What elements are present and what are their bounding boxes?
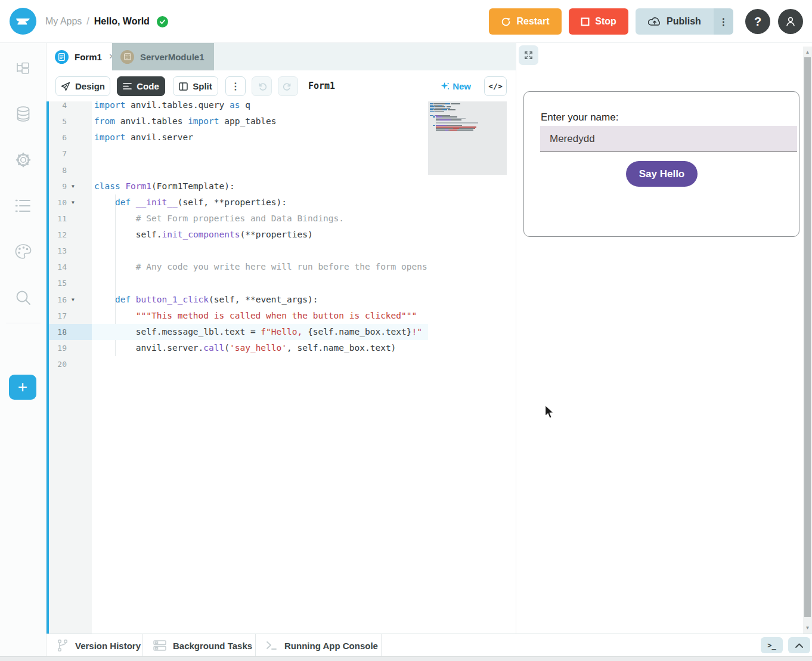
user-icon [784, 15, 797, 28]
gutter-line-12[interactable]: 12 [49, 227, 92, 243]
redo-button[interactable] [278, 76, 298, 96]
fold-arrow-icon[interactable]: ▼ [72, 292, 75, 308]
background-tasks-tab[interactable]: Background Tasks [143, 634, 256, 657]
code-editor[interactable]: 456789▼10▼111213141516▼17181920 import a… [47, 101, 507, 634]
publish-more-button[interactable]: ⋮ [714, 8, 733, 35]
gutter-line-9[interactable]: 9▼ [49, 178, 92, 194]
code-line-20[interactable] [92, 356, 428, 372]
editor-tab-strip: Form1 × ServerModule1 [47, 43, 516, 70]
expand-app-button[interactable] [519, 45, 538, 65]
gutter-line-16[interactable]: 16▼ [49, 292, 92, 308]
scrollbar-thumb[interactable] [804, 57, 811, 617]
say-hello-button[interactable]: Say Hello [626, 161, 698, 187]
code-line-9[interactable]: class Form1(Form1Template): [92, 178, 428, 194]
gutter-line-11[interactable]: 11 [49, 211, 92, 227]
code-line-6[interactable]: import anvil.server [92, 129, 428, 146]
app-panel-scrollbar[interactable]: ▲ ▼ [803, 47, 812, 634]
breadcrumb-my-apps[interactable]: My Apps [45, 16, 82, 27]
account-button[interactable] [778, 9, 803, 34]
gutter-line-15[interactable]: 15 [49, 275, 92, 291]
gutter-line-10[interactable]: 10▼ [49, 194, 92, 211]
code-line-14[interactable]: # Any code you write here will run befor… [92, 259, 428, 275]
horizontal-scrollbar[interactable] [0, 656, 812, 661]
terminal-prompt-icon: >_ [767, 641, 776, 650]
sidebar-settings-button[interactable] [0, 147, 47, 173]
design-view-button[interactable]: Design [55, 76, 110, 96]
version-history-tab[interactable]: Version History [47, 634, 143, 657]
running-app-console-label: Running App Console [284, 641, 378, 651]
gutter-line-5[interactable]: 5 [49, 113, 92, 129]
tab-servermodule1[interactable]: ServerModule1 [112, 43, 214, 70]
undo-button[interactable] [252, 76, 272, 96]
app-form-card: Enter your name: Say Hello [523, 91, 799, 237]
gutter-line-6[interactable]: 6 [49, 129, 92, 146]
expand-panel-button[interactable] [788, 637, 810, 653]
anvil-logo-icon[interactable] [10, 8, 36, 35]
gutter-line-20[interactable]: 20 [49, 356, 92, 372]
undo-icon [257, 82, 266, 91]
view-source-button[interactable]: </> [484, 76, 507, 96]
code-line-4[interactable]: import anvil.tables.query as q [92, 101, 428, 113]
code-line-10[interactable]: def __init__(self, **properties): [92, 194, 428, 211]
gutter-line-7[interactable]: 7 [49, 146, 92, 162]
gutter-line-4[interactable]: 4 [49, 101, 92, 113]
code-line-15[interactable] [92, 275, 428, 291]
sidebar-app-browser-button[interactable] [0, 55, 47, 82]
fold-arrow-icon[interactable]: ▼ [72, 178, 75, 194]
restart-button[interactable]: Restart [489, 8, 562, 35]
code-line-8[interactable] [92, 162, 428, 178]
split-label: Split [193, 81, 212, 91]
gutter-line-19[interactable]: 19 [49, 340, 92, 356]
gutter-line-8[interactable]: 8 [49, 162, 92, 178]
restart-label: Restart [516, 16, 549, 27]
name-input[interactable] [540, 126, 797, 152]
help-button[interactable]: ? [745, 9, 770, 34]
new-component-button[interactable]: New [441, 70, 471, 101]
terminal-icon [266, 640, 278, 651]
code-line-19[interactable]: anvil.server.call('say_hello', self.name… [92, 340, 428, 356]
gear-icon [14, 150, 33, 169]
open-console-button[interactable]: >_ [761, 637, 783, 653]
code-line-16[interactable]: def button_1_click(self, **event_args): [92, 292, 428, 308]
editor-minimap[interactable] [428, 101, 507, 634]
design-label: Design [75, 81, 105, 91]
bottom-bar: Version History Background Tasks Running… [47, 634, 812, 656]
fold-arrow-icon[interactable]: ▼ [72, 194, 75, 211]
gutter-line-18[interactable]: 18 [49, 324, 92, 340]
code-line-12[interactable]: self.init_components(**properties) [92, 227, 428, 243]
code-line-17[interactable]: """This method is called when the button… [92, 308, 428, 324]
scroll-up-arrow-icon[interactable]: ▲ [803, 48, 812, 57]
split-icon [179, 82, 188, 91]
publish-button[interactable]: Publish [636, 8, 714, 35]
code-view-button[interactable]: Code [117, 76, 165, 96]
stop-button[interactable]: Stop [569, 8, 628, 35]
editor-code-lines[interactable]: import anvil.tables.query as qfrom anvil… [92, 101, 428, 372]
gutter-line-17[interactable]: 17 [49, 308, 92, 324]
gutter-line-14[interactable]: 14 [49, 259, 92, 275]
tab-form1-label: Form1 [75, 52, 102, 62]
running-app-console-tab[interactable]: Running App Console [256, 634, 382, 657]
sparkle-icon [441, 82, 450, 91]
scroll-down-arrow-icon[interactable]: ▼ [803, 623, 812, 632]
code-line-13[interactable] [92, 243, 428, 259]
editor-more-button[interactable]: ⋮ [225, 76, 246, 96]
redo-icon [283, 82, 293, 91]
minimap-viewport[interactable] [428, 101, 507, 175]
sidebar-outline-button[interactable] [0, 193, 47, 219]
publish-button-group: Publish ⋮ [636, 8, 733, 35]
stop-label: Stop [595, 16, 616, 27]
code-line-11[interactable]: # Set Form properties and Data Bindings. [92, 211, 428, 227]
sidebar-data-tables-button[interactable] [0, 101, 47, 127]
sidebar-theme-button[interactable] [0, 239, 47, 265]
code-line-7[interactable] [92, 146, 428, 162]
code-line-5[interactable]: from anvil.tables import app_tables [92, 113, 428, 129]
gutter-line-13[interactable]: 13 [49, 243, 92, 259]
sidebar-search-button[interactable] [0, 285, 47, 311]
editor-toolbar: Design Code Split ⋮ [47, 70, 516, 101]
code-line-18[interactable]: self.message_lbl.text = f"Hello, {self.n… [92, 324, 428, 340]
split-view-button[interactable]: Split [173, 76, 218, 96]
sidebar-divider [6, 323, 41, 323]
tab-form1[interactable]: Form1 × [47, 43, 112, 70]
kebab-icon: ⋮ [719, 17, 729, 27]
sidebar-add-button[interactable]: + [9, 375, 36, 400]
